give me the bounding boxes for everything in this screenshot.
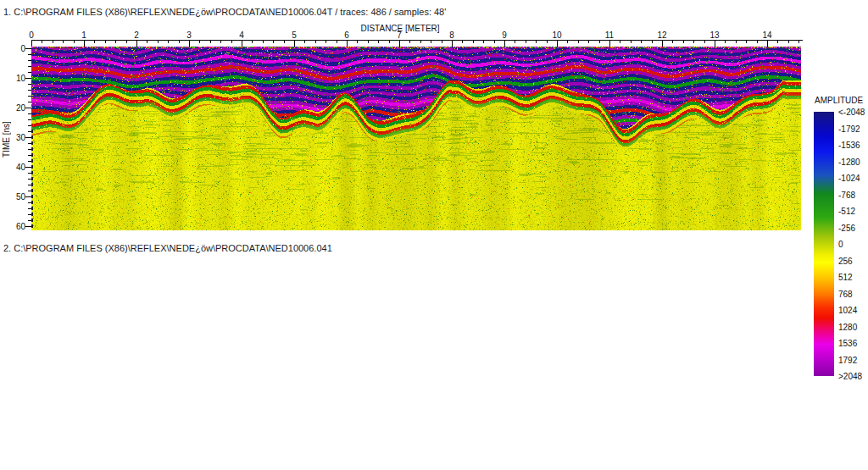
x-axis-minor-tick (547, 40, 548, 43)
x-axis-minor-tick (199, 40, 200, 43)
x-axis-minor-tick (126, 40, 127, 43)
x-axis-minor-tick (378, 40, 379, 43)
x-axis-minor-tick (620, 40, 620, 43)
x-axis-minor-tick (326, 40, 326, 43)
reflexw-profile-view: 1. C:\PROGRAM FILES (X86)\REFLEX\NEDE¿öw… (0, 0, 868, 470)
x-axis-minor-tick (63, 40, 64, 43)
x-axis-minor-tick (693, 40, 694, 43)
colorbar-tick-label: -512 (838, 207, 855, 216)
x-axis-minor-tick (158, 40, 159, 43)
x-axis-tick-label: 14 (762, 30, 771, 40)
colorbar-tick-label: -1792 (838, 124, 860, 134)
x-axis-major-tick (294, 40, 295, 47)
x-axis-major-tick (136, 40, 137, 47)
x-axis-minor-tick (337, 40, 337, 43)
x-axis-minor-tick (74, 40, 75, 43)
x-axis-tick-label: 0 (29, 30, 34, 40)
x-axis-minor-tick (53, 40, 53, 43)
x-axis-major-tick (609, 40, 610, 47)
x-axis-major-tick (189, 40, 190, 47)
y-axis-major-tick (25, 167, 31, 168)
x-axis-tick-label: 7 (397, 30, 402, 40)
radargram-image[interactable] (31, 47, 801, 230)
x-axis-minor-tick (798, 40, 799, 43)
colorbar-tick-label: -768 (838, 191, 855, 200)
x-axis-tick-label: 13 (709, 30, 719, 40)
x-axis-minor-tick (494, 40, 495, 43)
y-axis-major-tick (25, 226, 31, 227)
colorbar-tick-label: -1536 (838, 141, 860, 150)
x-axis-minor-tick (652, 40, 653, 43)
x-axis-minor-tick (357, 40, 358, 43)
x-axis-major-tick (399, 40, 400, 47)
x-axis-minor-tick (115, 40, 116, 43)
x-axis-minor-tick (147, 40, 147, 43)
x-axis-tick-label: 5 (292, 30, 297, 40)
x-axis-minor-tick (442, 40, 442, 43)
x-axis-minor-tick (704, 40, 705, 43)
x-axis-tick-label: 3 (186, 30, 192, 40)
x-axis-minor-tick (567, 40, 568, 43)
x-axis-minor-tick (788, 40, 789, 43)
x-axis-minor-tick (757, 40, 758, 43)
x-axis-tick-label: 8 (449, 30, 454, 40)
y-axis-tick-label: 40 (5, 163, 25, 172)
x-axis-minor-tick (42, 40, 42, 43)
colorbar-tick-label: -1024 (838, 174, 860, 183)
x-axis-minor-tick (588, 40, 589, 43)
x-axis-minor-tick (515, 40, 515, 43)
x-axis-major-tick (347, 40, 348, 47)
section-2-file-path: 2. C:\PROGRAM FILES (X86)\REFLEX\NEDE¿öw… (3, 243, 332, 253)
x-axis-minor-tick (599, 40, 600, 43)
colorbar-tick-label: -1280 (838, 158, 860, 167)
x-axis-tick-label: 2 (134, 30, 139, 40)
colorbar-title: AMPLITUDE (815, 96, 863, 105)
x-axis-minor-tick (220, 40, 221, 43)
section-1-file-path: 1. C:\PROGRAM FILES (X86)\REFLEX\NEDE¿öw… (3, 7, 446, 17)
colorbar-tick-label: 768 (838, 290, 853, 299)
x-axis-minor-tick (641, 40, 642, 43)
x-axis-minor-tick (462, 40, 463, 43)
x-axis-major-tick (767, 40, 768, 47)
x-axis-minor-tick (210, 40, 211, 43)
x-axis-minor-tick (315, 40, 316, 43)
x-axis-tick-label: 10 (552, 30, 561, 40)
x-axis-minor-tick (273, 40, 274, 43)
x-axis-major-tick (452, 40, 453, 47)
x-axis-minor-tick (284, 40, 285, 43)
colorbar-tick-label: <-2048 (838, 108, 865, 117)
x-axis-minor-tick (304, 40, 305, 43)
x-axis-minor-tick (536, 40, 537, 43)
x-axis-tick-label: 4 (239, 30, 244, 40)
x-axis-major-tick (31, 40, 32, 47)
x-axis-minor-tick (368, 40, 369, 43)
colorbar-tick-label: 0 (838, 240, 843, 249)
x-axis-minor-tick (94, 40, 95, 43)
x-axis-major-tick (557, 40, 558, 47)
x-axis-minor-tick (578, 40, 579, 43)
y-axis-tick-label: 30 (5, 133, 25, 142)
y-axis-tick-label: 20 (5, 103, 25, 113)
y-axis-major-tick (25, 137, 31, 138)
x-axis-minor-tick (420, 40, 421, 43)
colorbar-tick-label: 1792 (838, 356, 857, 365)
y-axis-major-tick (25, 48, 31, 49)
x-axis-minor-tick (631, 40, 632, 43)
x-axis-tick-label: 12 (657, 30, 666, 40)
x-axis-tick-label: 6 (344, 30, 349, 40)
x-axis-major-tick (242, 40, 242, 47)
x-axis-minor-tick (252, 40, 253, 43)
colorbar-tick-label: 1536 (838, 339, 857, 348)
y-axis-major-tick (25, 196, 31, 197)
x-axis-major-tick (504, 40, 505, 47)
colorbar-tick-label: >2048 (838, 372, 862, 381)
x-axis-minor-tick (179, 40, 180, 43)
x-axis-major-tick (84, 40, 85, 47)
x-axis-minor-tick (168, 40, 169, 43)
amplitude-colorbar (814, 112, 834, 376)
x-axis-minor-tick (105, 40, 106, 43)
colorbar-tick-label: 256 (838, 257, 853, 266)
x-axis-minor-tick (746, 40, 747, 43)
x-axis-minor-tick (231, 40, 232, 43)
colorbar-tick-label: -256 (838, 224, 855, 233)
